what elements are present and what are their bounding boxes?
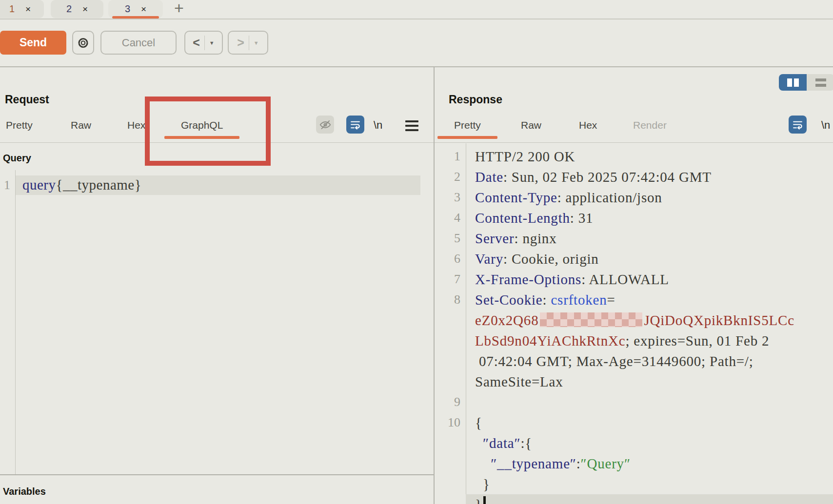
toolbar: Send Cancel < ▼ > ▼ <box>0 19 833 67</box>
response-line: 07:42:04 GMT; Max-Age=31449600; Path=/; <box>435 351 833 371</box>
forward-dropdown-icon[interactable]: ▼ <box>254 40 259 46</box>
response-line: 3Content-Type: application/json <box>435 187 833 208</box>
tab-number: 2 <box>66 3 72 15</box>
response-panel: Response PrettyRawHexRender \n 1HTTP/2 2… <box>435 67 833 504</box>
editor-gutter-line <box>15 170 16 474</box>
newline-toggle[interactable]: \n <box>821 119 830 132</box>
variables-separator <box>0 474 434 475</box>
request-tab-raw[interactable]: Raw <box>71 119 91 131</box>
response-line: 1HTTP/2 200 OK <box>435 146 833 167</box>
response-line: 7X-Frame-Options: ALLOWALL <box>435 269 833 290</box>
close-icon[interactable]: × <box>141 4 146 15</box>
request-tab-hex[interactable]: Hex <box>127 119 145 131</box>
back-button[interactable]: < ▼ <box>184 31 223 55</box>
response-tab-raw[interactable]: Raw <box>521 119 541 131</box>
response-line: } <box>435 494 833 504</box>
line-number: 9 <box>435 392 466 412</box>
response-line: 5Server: nginx <box>435 228 833 249</box>
line-number: 1 <box>435 146 466 167</box>
new-tab-button[interactable]: + <box>172 0 186 18</box>
session-tab-1[interactable]: 1× <box>0 0 44 18</box>
line-number: 7 <box>435 269 466 290</box>
response-line: 4Content-Length: 31 <box>435 208 833 228</box>
line-number: 10 <box>435 412 466 433</box>
hide-nonprintable-button[interactable] <box>316 116 334 134</box>
button-divider <box>204 36 205 50</box>
tab-number: 1 <box>9 3 15 15</box>
split-columns-icon[interactable] <box>779 74 807 91</box>
layout-toggle <box>779 74 833 91</box>
line-number <box>435 371 466 392</box>
forward-button[interactable]: > ▼ <box>228 31 268 55</box>
line-number: 6 <box>435 249 466 269</box>
line-number <box>435 494 466 504</box>
close-icon[interactable]: × <box>82 4 88 15</box>
line-number <box>435 474 466 494</box>
line-number <box>435 453 466 474</box>
split-rows-icon[interactable] <box>807 74 833 91</box>
response-tab-pretty[interactable]: Pretty <box>454 119 481 131</box>
response-format-tabs: PrettyRawHexRender <box>435 119 833 139</box>
tab-number: 3 <box>125 3 130 15</box>
settings-button[interactable] <box>72 31 94 55</box>
line-number: 8 <box>435 290 466 310</box>
line-number <box>435 433 466 453</box>
query-code-line[interactable]: query{__typename} <box>22 177 141 193</box>
word-wrap-icon <box>349 118 361 131</box>
close-icon[interactable]: × <box>25 4 31 15</box>
line-number: 3 <box>435 187 466 208</box>
line-number <box>435 351 466 371</box>
response-line: ″__typename″:″Query″ <box>435 453 833 474</box>
response-line: SameSite=Lax <box>435 371 833 392</box>
response-line: 9 <box>435 392 833 412</box>
gear-icon <box>76 36 90 50</box>
request-title: Request <box>5 93 49 106</box>
newline-toggle[interactable]: \n <box>374 119 382 132</box>
response-line: } <box>435 474 833 494</box>
response-line: LbSd9n04YiAChkRtnXc; expires=Sun, 01 Feb… <box>435 330 833 351</box>
response-line: eZ0x2Q68JQiDoQXpikBknIS5LCc <box>435 310 833 330</box>
session-tab-3[interactable]: 3× <box>108 0 163 18</box>
line-number: 2 <box>435 167 466 187</box>
word-wrap-toggle[interactable] <box>346 116 364 134</box>
session-tab-bar: + 1×2×3× <box>0 0 833 19</box>
redacted-token <box>540 312 642 327</box>
word-wrap-icon <box>792 118 804 131</box>
line-number <box>435 310 466 330</box>
line-number: 5 <box>435 228 466 249</box>
word-wrap-toggle[interactable] <box>789 116 807 134</box>
forward-arrow-icon: > <box>237 36 244 50</box>
visibility-off-icon <box>319 118 332 131</box>
response-code-lines[interactable]: 1HTTP/2 200 OK2Date: Sun, 02 Feb 2025 07… <box>435 146 833 504</box>
menu-icon[interactable] <box>405 120 418 134</box>
back-dropdown-icon[interactable]: ▼ <box>209 40 215 46</box>
line-number: 1 <box>4 178 10 193</box>
response-line: 2Date: Sun, 02 Feb 2025 07:42:04 GMT <box>435 167 833 187</box>
response-line: 10{ <box>435 412 833 433</box>
response-tab-render[interactable]: Render <box>633 119 667 131</box>
line-number: 4 <box>435 208 466 228</box>
response-line: 8Set-Cookie: csrftoken= <box>435 290 833 310</box>
text-cursor <box>483 496 486 504</box>
button-divider <box>249 36 249 50</box>
variables-section-label: Variables <box>3 486 46 497</box>
session-tab-2[interactable]: 2× <box>51 0 103 18</box>
request-tab-pretty[interactable]: Pretty <box>6 119 33 131</box>
back-arrow-icon: < <box>193 36 200 50</box>
response-line: ″data″:{ <box>435 433 833 453</box>
query-section-label: Query <box>3 153 31 164</box>
annotation-highlight-box <box>145 97 271 166</box>
tabs-separator <box>435 142 833 143</box>
response-line: 6Vary: Cookie, origin <box>435 249 833 269</box>
send-button[interactable]: Send <box>0 31 66 55</box>
repeater-app: + 1×2×3× Send Cancel < ▼ > ▼ Request Pre… <box>0 0 833 504</box>
response-title: Response <box>449 93 502 106</box>
line-number <box>435 330 466 351</box>
cancel-button[interactable]: Cancel <box>100 31 177 55</box>
response-tab-hex[interactable]: Hex <box>579 119 597 131</box>
